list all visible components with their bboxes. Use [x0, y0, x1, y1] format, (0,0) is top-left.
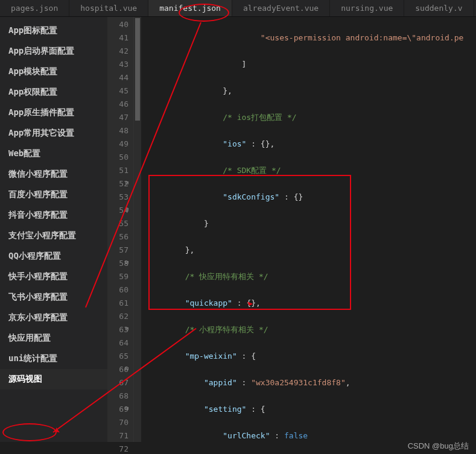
- code-text: },: [223, 86, 232, 95]
- code-text: },: [185, 245, 195, 254]
- sidebar-item-appmodule[interactable]: App模块配置: [0, 61, 107, 82]
- sidebar-item-label: App模块配置: [8, 66, 57, 76]
- sidebar-item-label: 快手小程序配置: [8, 271, 68, 281]
- code-text: "urlCheck": [223, 431, 270, 440]
- sidebar-item-baidu[interactable]: 百度小程序配置: [0, 184, 107, 205]
- fold-icon[interactable]: ⊟: [124, 365, 130, 371]
- fold-icon[interactable]: ⊟: [124, 206, 130, 212]
- code-text: : {},: [232, 298, 261, 307]
- tab-pages-json[interactable]: pages.json: [0, 0, 69, 16]
- sidebar-item-label: QQ小程序配置: [8, 251, 61, 260]
- sidebar-item-sourceview[interactable]: 源码视图: [0, 369, 107, 389]
- sidebar-item-label: 京东小程序配置: [8, 312, 68, 322]
- sidebar-item-label: App原生插件配置: [8, 107, 74, 117]
- sidebar-item-label: App图标配置: [8, 25, 57, 35]
- sidebar-item-qq[interactable]: QQ小程序配置: [0, 246, 107, 266]
- code-editor[interactable]: 40414243444546474849505152⊟5354⊟55565758…: [107, 17, 476, 442]
- code-text: : {}: [279, 192, 303, 201]
- code-text: false: [284, 431, 308, 440]
- code-text: "quickapp": [185, 298, 232, 307]
- tab-nursing-vue[interactable]: nursing.vue: [330, 0, 404, 16]
- sidebar-item-label: 微信小程序配置: [8, 169, 68, 178]
- sidebar-item-appnative[interactable]: App原生插件配置: [0, 102, 107, 123]
- tab-label: suddenly.v: [415, 4, 462, 13]
- fold-icon[interactable]: ⊟: [124, 259, 130, 265]
- scrollbar-track[interactable]: [134, 17, 141, 442]
- tab-label: nursing.vue: [341, 4, 393, 13]
- code-text: /* ios打包配置 */: [223, 113, 296, 122]
- code-text: "appid": [204, 378, 237, 387]
- sidebar-item-web[interactable]: Web配置: [0, 143, 107, 164]
- sidebar-item-label: App常用其它设置: [8, 128, 74, 137]
- sidebar-item-label: uni统计配置: [8, 353, 57, 363]
- sidebar-item-jd[interactable]: 京东小程序配置: [0, 307, 107, 328]
- code-text: /* SDK配置 */: [223, 166, 281, 175]
- sidebar-item-label: 百度小程序配置: [8, 189, 68, 199]
- sidebar-item-appother[interactable]: App常用其它设置: [0, 123, 107, 143]
- watermark: CSDN @bug总结: [408, 441, 469, 452]
- sidebar-item-label: Web配置: [8, 148, 40, 158]
- tab-label: manifest.json: [159, 4, 221, 13]
- tab-label: pages.json: [11, 4, 58, 13]
- sidebar-item-label: 快应用配置: [8, 333, 51, 342]
- sidebar-item-wechat[interactable]: 微信小程序配置: [0, 164, 107, 184]
- code-text: "wx30a254931c1fd8f8": [251, 378, 346, 387]
- code-text: }: [204, 219, 209, 228]
- sidebar-item-label: 抖音小程序配置: [8, 210, 68, 219]
- code-text: "mp-weixin": [185, 352, 237, 361]
- sidebar-item-quickapp[interactable]: 快应用配置: [0, 328, 107, 348]
- sidebar-item-label: 支付宝小程序配置: [8, 230, 76, 240]
- tab-alreadyevent-vue[interactable]: alreadyEvent.vue: [232, 0, 330, 16]
- fold-icon[interactable]: ⊟: [124, 405, 130, 411]
- code-area[interactable]: "<uses-permission android:name=\"android…: [141, 17, 476, 442]
- sidebar-item-label: App启动界面配置: [8, 46, 74, 55]
- fold-icon[interactable]: ⊟: [124, 180, 130, 185]
- fold-icon[interactable]: ⊟: [124, 326, 130, 331]
- sidebar-item-kuaishou[interactable]: 快手小程序配置: [0, 266, 107, 287]
- tab-label: alreadyEvent.vue: [243, 4, 319, 13]
- sidebar-item-label: 源码视图: [8, 374, 42, 383]
- sidebar-item-apppermission[interactable]: App权限配置: [0, 82, 107, 102]
- scrollbar-thumb[interactable]: [135, 18, 140, 121]
- tab-manifest-json[interactable]: manifest.json: [148, 0, 232, 16]
- sidebar-item-unistat[interactable]: uni统计配置: [0, 348, 107, 369]
- code-text: /* 快应用特有相关 */: [185, 272, 268, 281]
- tab-suddenly-vue[interactable]: suddenly.v: [404, 0, 474, 16]
- code-text: "sdkConfigs": [223, 192, 279, 201]
- sidebar-item-appsplash[interactable]: App启动界面配置: [0, 41, 107, 61]
- code-text: : {},: [246, 139, 274, 148]
- sidebar-item-label: 飞书小程序配置: [8, 292, 68, 301]
- tab-bar: pages.json hospital.vue manifest.json al…: [0, 0, 476, 17]
- code-text: "ios": [223, 139, 246, 148]
- sidebar-item-label: App权限配置: [8, 87, 57, 96]
- code-text: : {: [237, 352, 256, 361]
- tab-label: hospital.vue: [80, 4, 137, 13]
- sidebar-item-douyin[interactable]: 抖音小程序配置: [0, 205, 107, 225]
- code-text: : {: [246, 405, 265, 414]
- code-text: /* 小程序特有相关 */: [185, 325, 268, 334]
- code-text: "<uses-permission android:name=\"android…: [261, 33, 464, 42]
- sidebar: App图标配置 App启动界面配置 App模块配置 App权限配置 App原生插…: [0, 17, 107, 442]
- code-text: "setting": [204, 405, 246, 414]
- sidebar-item-alipay[interactable]: 支付宝小程序配置: [0, 225, 107, 246]
- sidebar-item-appicon[interactable]: App图标配置: [0, 20, 107, 41]
- sidebar-item-feishu[interactable]: 飞书小程序配置: [0, 287, 107, 307]
- code-text: ]: [242, 60, 247, 69]
- tab-hospital-vue[interactable]: hospital.vue: [69, 0, 148, 16]
- line-number-gutter: 40414243444546474849505152⊟5354⊟55565758…: [107, 17, 134, 442]
